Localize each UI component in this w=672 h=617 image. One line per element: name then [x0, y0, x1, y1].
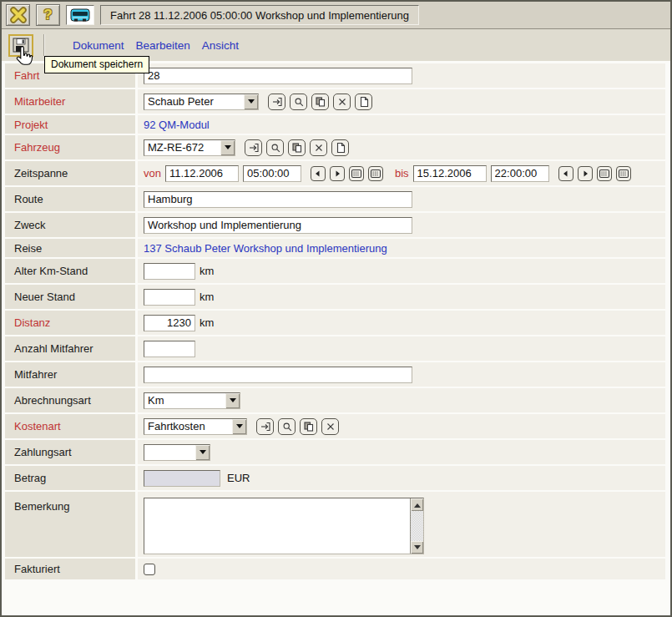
form-row-bemerkung: Bemerkung: [5, 492, 665, 559]
bis-time-calendar-button[interactable]: [616, 166, 631, 181]
projekt-link[interactable]: 92 QM-Modul: [144, 119, 210, 131]
von-date-input[interactable]: [165, 165, 239, 182]
von-next-button[interactable]: [330, 166, 345, 181]
distanz-label: Distanz: [5, 311, 138, 335]
fahrzeug-open-button[interactable]: [245, 139, 262, 156]
zahlungsart-selected-value: [144, 445, 195, 460]
zweck-input[interactable]: [144, 217, 412, 234]
alter-km-label: Alter Km-Stand: [5, 259, 138, 283]
chevron-down-icon[interactable]: [244, 94, 258, 109]
mitarbeiter-label: Mitarbeiter: [5, 89, 138, 114]
search-icon: [281, 421, 293, 432]
distanz-input[interactable]: [144, 315, 195, 331]
von-time-input[interactable]: [243, 165, 301, 182]
menu-dokument[interactable]: Dokument: [73, 39, 124, 52]
menu-items: Dokument Bearbeiten Ansicht: [73, 39, 239, 52]
chevron-down-icon[interactable]: [232, 419, 246, 434]
kostenart-selected-value: Fahrtkosten: [144, 419, 232, 434]
von-time-calendar-button[interactable]: [368, 166, 383, 181]
neuer-stand-input[interactable]: [144, 289, 195, 306]
fahrzeug-selected-value: MZ-RE-672: [144, 140, 220, 155]
route-input[interactable]: [144, 191, 412, 208]
new-document-icon: [358, 96, 370, 108]
von-prev-button[interactable]: [311, 166, 326, 181]
copy-icon: [303, 421, 315, 432]
fahrt-input[interactable]: [144, 68, 412, 84]
arrow-right-icon: [331, 168, 343, 180]
fakturiert-checkbox[interactable]: [144, 564, 155, 575]
mitarbeiter-copy-button[interactable]: [311, 94, 329, 110]
hand-cursor-icon: [14, 45, 34, 72]
neuer-stand-unit: km: [200, 291, 214, 303]
form-row-abrechnungsart: Abrechnungsart Km: [5, 388, 665, 414]
mitarbeiter-new-button[interactable]: [355, 94, 372, 110]
neuer-stand-label: Neuer Stand: [5, 285, 138, 309]
form-row-mitfahrer: Mitfahrer: [5, 362, 665, 388]
bis-date-calendar-button[interactable]: [597, 166, 612, 181]
arrow-left-icon: [560, 168, 572, 180]
reise-link[interactable]: 137 Schaub Peter Workshop und Implementi…: [144, 242, 387, 255]
fahrzeug-clear-button[interactable]: [310, 139, 327, 156]
anzahl-mitfahrer-input[interactable]: [144, 341, 195, 357]
kostenart-select[interactable]: Fahrtkosten: [144, 418, 247, 435]
mitarbeiter-clear-button[interactable]: [333, 94, 351, 110]
fahrzeug-copy-button[interactable]: [288, 139, 306, 156]
bis-prev-button[interactable]: [558, 166, 573, 181]
form-row-anzahl-mitfahrer: Anzahl Mitfahrer: [5, 336, 665, 362]
bis-date-input[interactable]: [413, 165, 487, 182]
close-button[interactable]: [6, 4, 30, 26]
goto-record-icon: [248, 142, 260, 154]
form-row-fakturiert: Fakturiert: [5, 559, 665, 579]
betrag-unit: EUR: [227, 472, 250, 484]
alter-km-input[interactable]: [144, 263, 195, 280]
calendar-icon: [618, 168, 629, 180]
scrollbar-track[interactable]: [411, 511, 423, 541]
chevron-down-icon[interactable]: [220, 140, 235, 155]
mitarbeiter-select[interactable]: Schaub Peter: [144, 94, 259, 110]
menu-ansicht[interactable]: Ansicht: [202, 39, 239, 52]
close-x-icon: [8, 6, 28, 24]
menubar: Dokument Bearbeiten Ansicht Dokument spe…: [2, 29, 670, 61]
arrow-up-icon: [414, 500, 421, 508]
bemerkung-textarea-frame: [144, 498, 424, 554]
chevron-down-icon[interactable]: [195, 445, 210, 460]
mitarbeiter-search-button[interactable]: [290, 94, 307, 110]
kostenart-open-button[interactable]: [256, 418, 274, 435]
mitarbeiter-open-button[interactable]: [268, 94, 285, 110]
window-title: Fahrt 28 11.12.2006 05:00:00 Workshop un…: [100, 5, 419, 25]
bemerkung-textarea[interactable]: [144, 498, 410, 554]
goto-record-icon: [260, 421, 271, 432]
form-row-route: Route: [5, 187, 665, 213]
help-button[interactable]: ?: [36, 4, 60, 26]
bemerkung-scrollbar[interactable]: [410, 498, 423, 554]
fahrzeug-select[interactable]: MZ-RE-672: [144, 139, 235, 156]
zahlungsart-select[interactable]: [144, 444, 210, 461]
clear-x-icon: [313, 142, 325, 154]
kostenart-clear-button[interactable]: [321, 418, 339, 435]
scroll-up-button[interactable]: [411, 498, 423, 511]
fahrzeug-new-button[interactable]: [331, 139, 349, 156]
kostenart-copy-button[interactable]: [300, 418, 317, 435]
von-date-calendar-button[interactable]: [349, 166, 364, 181]
bis-time-input[interactable]: [491, 165, 549, 182]
route-label: Route: [5, 187, 138, 211]
anzahl-mitfahrer-label: Anzahl Mitfahrer: [5, 336, 138, 361]
fahrzeug-search-button[interactable]: [266, 139, 284, 156]
abrechnungsart-select[interactable]: Km: [144, 392, 240, 409]
fakturiert-label: Fakturiert: [5, 559, 138, 579]
menu-bearbeiten[interactable]: Bearbeiten: [136, 39, 190, 52]
kostenart-search-button[interactable]: [278, 418, 296, 435]
form-row-projekt: Projekt 92 QM-Modul: [5, 115, 665, 135]
window-title-text: Fahrt 28 11.12.2006 05:00:00 Workshop un…: [110, 9, 409, 22]
scroll-down-button[interactable]: [411, 541, 423, 554]
clear-x-icon: [336, 96, 348, 108]
arrow-left-icon: [312, 168, 324, 180]
app-window: ? Fahrt 28 11.12.2006 05:00:00 Workshop …: [0, 0, 672, 617]
calendar-icon: [351, 168, 362, 180]
form-row-reise: Reise 137 Schaub Peter Workshop und Impl…: [5, 239, 665, 259]
bis-next-button[interactable]: [578, 166, 593, 181]
chevron-down-icon[interactable]: [225, 393, 240, 408]
search-icon: [270, 142, 281, 154]
mitfahrer-input[interactable]: [144, 367, 412, 383]
form-row-alter-km: Alter Km-Stand km: [5, 259, 665, 285]
